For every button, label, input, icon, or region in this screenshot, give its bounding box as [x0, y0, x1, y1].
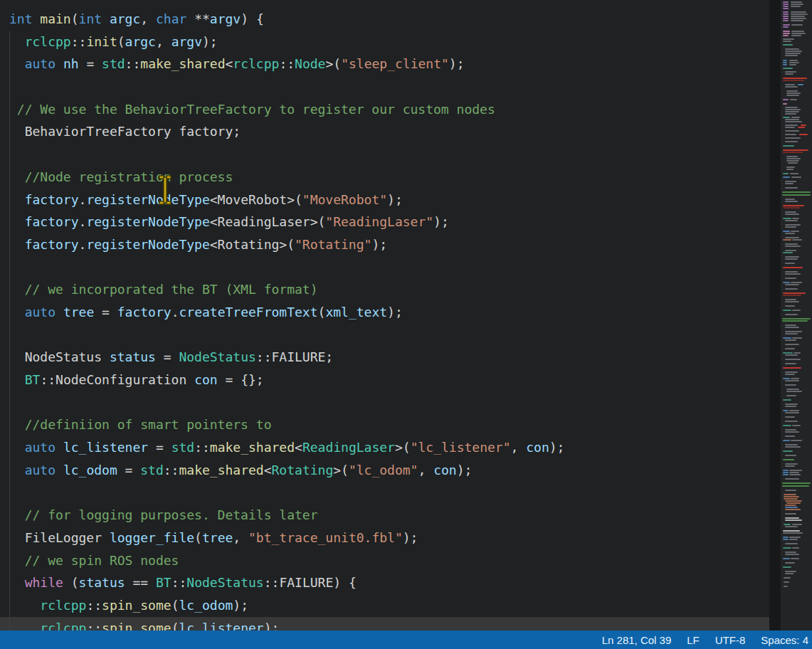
status-bar-right-items: Ln 281, Col 39LFUTF-8Spaces: 4: [602, 634, 812, 646]
minimap-line: [783, 4, 789, 5]
minimap-line: [785, 380, 799, 381]
code-line[interactable]: rclcpp::init(argc, argv);: [9, 31, 769, 53]
code-line[interactable]: // We use the BehaviorTreeFactory to reg…: [9, 98, 769, 121]
code-line[interactable]: while (status == BT::NodeStatus::FAILURE…: [9, 571, 769, 594]
minimap-line: [783, 35, 789, 36]
minimap-line: [789, 410, 799, 411]
minimap-line: [785, 125, 798, 126]
minimap-line: [785, 526, 798, 527]
minimap-line: [785, 256, 799, 258]
minimap-line: [789, 470, 802, 471]
minimap-line: [785, 107, 798, 108]
minimap-line: [783, 252, 793, 253]
code-line[interactable]: //Node registration process: [9, 166, 769, 189]
minimap-line: [785, 273, 801, 275]
minimap-line: [785, 374, 795, 375]
minimap-line: [786, 391, 802, 392]
minimap-line: [782, 191, 811, 193]
minimap-line: [783, 6, 789, 7]
code-line[interactable]: // for logging purposes. Details later: [9, 504, 769, 527]
minimap-line: [783, 11, 789, 13]
minimap-line: [792, 218, 799, 219]
minimap-line: [783, 440, 790, 441]
minimap-line: [783, 80, 804, 81]
status-eol-sequence[interactable]: LF: [687, 634, 700, 646]
minimap-line: [785, 327, 799, 328]
code-line[interactable]: [9, 256, 769, 279]
minimap-line: [783, 173, 789, 174]
minimap-line: [785, 500, 802, 502]
code-line[interactable]: // we incorporated the BT (XML format): [9, 278, 769, 301]
minimap-line: [791, 1, 802, 3]
minimap-line: [783, 539, 789, 540]
code-line[interactable]: auto tree = factory.createTreeFromText(x…: [9, 301, 769, 324]
code-line[interactable]: [9, 481, 769, 504]
minimap-line: [785, 562, 795, 564]
status-encoding[interactable]: UTF-8: [715, 634, 746, 646]
minimap-line: [785, 571, 796, 572]
minimap-line: [791, 11, 806, 13]
minimap-line: [791, 176, 801, 178]
code-line[interactable]: //definiion of smart pointers to: [9, 413, 769, 436]
code-line[interactable]: factory.registerNodeType<Rotating>("Rota…: [9, 233, 769, 256]
minimap-line: [785, 446, 801, 448]
code-line[interactable]: [9, 391, 769, 414]
minimap-line: [785, 314, 798, 315]
minimap-line: [783, 1, 789, 3]
minimap-line: [783, 145, 794, 147]
minimap-line: [792, 310, 801, 311]
minimap-line: [786, 156, 798, 157]
minimap-line: [785, 455, 796, 456]
minimap-line: [784, 577, 791, 579]
code-line[interactable]: [9, 324, 769, 347]
code-line[interactable]: rclcpp::spin_some(lc_listener);: [9, 617, 769, 630]
minimap-line: [784, 586, 788, 587]
minimap-line: [782, 485, 809, 487]
minimap-line: [782, 194, 811, 196]
minimap-line: [784, 524, 791, 525]
minimap-line: [791, 16, 805, 17]
minimap-line: [798, 127, 805, 128]
code-line[interactable]: int main(int argc, char **argv) {: [9, 8, 769, 31]
code-line[interactable]: // we spin ROS nodes: [9, 549, 769, 572]
code-line[interactable]: BehaviorTreeFactory factory;: [9, 120, 769, 143]
minimap-line: [783, 310, 791, 311]
minimap-line: [785, 507, 798, 508]
minimap-line: [785, 359, 801, 360]
status-indentation[interactable]: Spaces: 4: [761, 634, 808, 646]
code-line[interactable]: rclcpp::spin_some(lc_odom);: [9, 594, 769, 617]
minimap-line: [785, 111, 799, 112]
minimap[interactable]: [781, 0, 812, 630]
code-line[interactable]: [9, 143, 769, 166]
minimap-line: [791, 117, 800, 118]
minimap-line: [792, 524, 802, 525]
minimap-line: [791, 18, 806, 19]
minimap-line: [785, 403, 798, 405]
minimap-line: [785, 233, 795, 234]
minimap-line: [783, 16, 789, 17]
code-line[interactable]: auto lc_listener = std::make_shared<Read…: [9, 436, 769, 459]
code-line[interactable]: FileLogger logger_file(tree, "bt_trace_u…: [9, 527, 769, 549]
code-editor-area[interactable]: int main(int argc, char **argv) { rclcpp…: [0, 0, 769, 630]
minimap-line: [785, 127, 795, 128]
minimap-line: [785, 55, 798, 56]
minimap-line: [789, 64, 796, 65]
code-line[interactable]: NodeStatus status = NodeStatus::FAILURE;: [9, 346, 769, 369]
code-line[interactable]: factory.registerNodeType<MoveRobot>("Mov…: [9, 189, 769, 211]
code-line[interactable]: factory.registerNodeType<ReadingLaser>("…: [9, 211, 769, 233]
minimap-line: [785, 199, 795, 200]
minimap-line: [785, 271, 798, 273]
minimap-line: [783, 378, 790, 379]
minimap-line: [784, 498, 798, 500]
code-line[interactable]: [9, 75, 769, 98]
code-line[interactable]: auto lc_odom = std::make_shared<Rotating…: [9, 459, 769, 482]
minimap-line: [785, 331, 802, 332]
code-line[interactable]: BT::NodeConfiguration con = {};: [9, 369, 769, 391]
code-line[interactable]: auto nh = std::make_shared<rclcpp::Node>…: [9, 53, 769, 75]
status-cursor-position[interactable]: Ln 281, Col 39: [602, 634, 672, 646]
minimap-line: [783, 60, 787, 61]
minimap-line: [785, 183, 793, 184]
minimap-line: [790, 173, 798, 174]
minimap-line: [783, 231, 790, 232]
minimap-line: [785, 463, 798, 465]
